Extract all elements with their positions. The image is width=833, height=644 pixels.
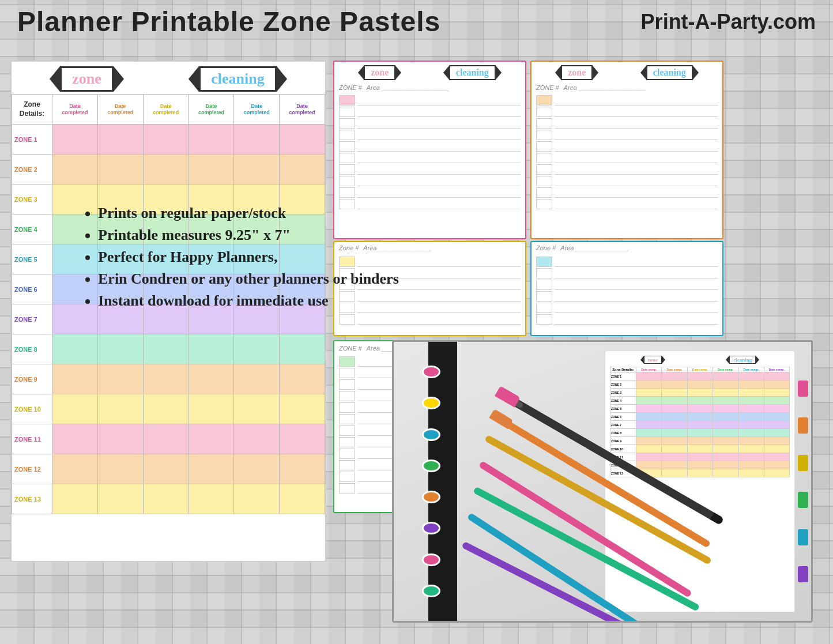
zone-date-cell [234,424,280,454]
site-label: Print-A-Party.com [641,10,816,34]
mini-num-row [339,460,355,470]
mini-num-row [536,268,552,278]
mini-cleaning-banner-1: cleaning [443,65,502,80]
binder-banner-zone: zone [644,356,662,364]
zone-date-cell [234,484,280,514]
zone-date-cell [143,155,189,184]
binder-photo: zone cleaning Zone Details: Date comp [392,340,813,623]
mini-num-row [536,153,552,163]
mini-text-row [555,176,718,186]
ring-7 [422,553,440,566]
zone-date-cell [280,125,325,155]
binder-th-d6: Date comp. [764,367,789,372]
zone-banner-text: zone [72,70,101,87]
mini-zone-header-1: ZONE # Area ___________________ [334,84,525,91]
mini-num-row [339,379,355,390]
mini-num-row [536,130,552,140]
binder-date-cell [713,437,738,445]
pens-area [463,371,696,592]
mini-num-row [536,107,552,117]
date-col-4: Datecompleted [190,103,232,116]
zone-label-cell: ZONE 1 [12,125,52,155]
tab-3 [798,455,808,471]
right-card-top-right: zone cleaning ZONE # Area ______________… [530,61,723,239]
table-row: ZONE 8 [12,334,325,364]
zone-date-cell [189,364,234,394]
mini-cleaning-banner-2: cleaning [640,65,699,80]
binder-date-cell [738,429,764,437]
page-title: Planner Printable Zone Pastels [17,6,440,37]
ring-5 [422,491,440,503]
mini-text-row [357,314,521,325]
binder-date-cell [764,389,789,397]
mini-text-row [357,164,521,175]
mini-arrow-l-2 [555,66,561,80]
mini-num-row [339,356,355,367]
binder-date-cell [764,372,789,381]
page-container: Planner Printable Zone Pastels Print-A-P… [0,0,833,644]
mini-num-row [339,402,355,413]
mini-num-row [339,472,355,482]
mini-number-col-4 [536,257,552,326]
mini-text-row [555,187,718,198]
bullet-item: Erin Condren or any other planners or bi… [98,270,399,288]
table-row: ZONE 10 [12,394,325,424]
zone-label-cell: ZONE 5 [12,244,52,274]
zone-date-cell [52,334,98,364]
bullet-item: Prints on regular paper/stock [98,205,399,222]
table-row: ZONE 2 [12,155,325,184]
mini-cleaning-banner-body-1: cleaning [449,65,496,80]
mini-num-row [339,314,355,325]
zone-date-cell [189,454,234,484]
cleaning-arrow-right-icon [277,66,287,92]
zone-label-cell: ZONE 3 [12,184,52,214]
cleaning-banner-body: cleaning [199,66,276,92]
binder-date-cell [764,461,789,469]
binder-date-cell [738,389,764,397]
bullet-item: Instant download for immediate use [98,292,399,310]
mini-text-row [555,141,718,152]
zone-date-cell [52,394,98,424]
cleaning-banner: cleaning [189,66,287,92]
zone-date-cell [280,364,325,394]
mini-num-row [339,368,355,378]
mini-text-row [357,187,521,198]
binder-date-cell [713,389,738,397]
mini-cleaning-arrow-l-1 [443,66,449,80]
binder-date-cell [738,469,764,477]
zone-date-cell [97,364,143,394]
mini-zone-header-4: Zone # Area _______________ [532,242,722,254]
mini-num-row [536,187,552,198]
mini-num-row [536,95,552,106]
mini-text-row [555,130,718,140]
mini-num-row [339,437,355,447]
mini-lines-1 [334,93,525,213]
binder-date-cell [764,421,789,429]
mini-num-row [536,291,552,302]
banner-arrow-left-icon [50,66,60,92]
binder-zone-banner: zone [640,356,666,364]
binder-date-cell [738,405,764,413]
mini-num-row [339,107,355,117]
binder-date-cell [713,445,738,453]
zone-date-cell [189,125,234,155]
zone-date-cell [280,484,325,514]
zone-date-cell [52,155,98,184]
mini-num-row [536,303,552,313]
zone-date-cell [97,394,143,424]
mini-num-row [339,130,355,140]
cleaning-banner-text: cleaning [211,70,264,87]
mini-text-row [555,164,718,175]
binder-rings [420,342,443,621]
zone-date-cell [234,394,280,424]
tab-strip [798,359,808,604]
binder-date-cell [764,429,789,437]
mini-text-row [555,291,718,302]
zone-label-cell: ZONE 2 [12,155,52,184]
binder-date-cell [713,461,738,469]
zone-date-cell [143,334,189,364]
pen-cap-2 [489,409,513,429]
zone-date-cell [280,394,325,424]
zone-date-cell [234,364,280,394]
binder-date-cell [764,397,789,405]
